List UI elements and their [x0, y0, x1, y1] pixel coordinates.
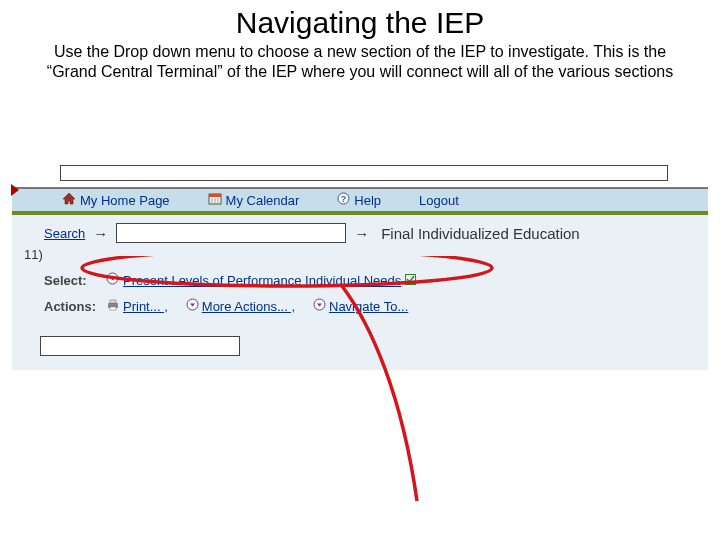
select-label: Select:: [44, 273, 102, 288]
nav-home-link[interactable]: My Home Page: [62, 192, 170, 208]
arrow-right-icon: →: [354, 225, 369, 242]
nav-home-label: My Home Page: [80, 193, 170, 208]
chevron-down-circle-icon: [313, 298, 326, 314]
bottom-blank-field: [40, 336, 240, 356]
chevron-down-circle-icon: [106, 272, 119, 288]
action-more[interactable]: More Actions... ,: [186, 298, 295, 314]
nav-logout-label: Logout: [419, 193, 459, 208]
actions-label: Actions:: [44, 299, 102, 314]
action-navigate[interactable]: Navigate To...: [313, 298, 408, 314]
actions-row: Actions: Print... , More Actions... , Na…: [44, 298, 694, 314]
search-link[interactable]: Search: [44, 226, 85, 241]
help-icon: ?: [337, 192, 350, 208]
svg-rect-10: [110, 300, 116, 303]
svg-rect-1: [209, 194, 221, 197]
nav-help-link[interactable]: ? Help: [337, 192, 381, 208]
search-row: Search → → Final Individualized Educatio…: [44, 223, 694, 243]
main-navbar: My Home Page My Calendar ? Help Logout: [12, 187, 708, 215]
calendar-icon: [208, 192, 222, 208]
slide-title: Navigating the IEP: [0, 6, 720, 40]
svg-rect-11: [110, 307, 116, 310]
svg-text:?: ?: [341, 194, 347, 204]
select-dropdown[interactable]: Present Levels of Performance Individual…: [106, 272, 416, 288]
check-icon: [405, 273, 416, 288]
nav-help-label: Help: [354, 193, 381, 208]
search-input[interactable]: [116, 223, 346, 243]
arrow-right-icon: →: [93, 225, 108, 242]
nav-calendar-label: My Calendar: [226, 193, 300, 208]
content-area: Search → → Final Individualized Educatio…: [12, 215, 708, 370]
breadcrumb-triangle-icon: [11, 184, 19, 196]
nav-logout-link[interactable]: Logout: [419, 193, 459, 208]
select-value: Present Levels of Performance Individual…: [123, 273, 401, 288]
action-more-label: More Actions... ,: [202, 299, 295, 314]
action-navigate-label: Navigate To...: [329, 299, 408, 314]
chevron-down-circle-icon: [186, 298, 199, 314]
item-number: 11): [24, 247, 694, 262]
breadcrumb-final: Final Individualized Education: [381, 225, 579, 242]
action-print-label: Print... ,: [123, 299, 168, 314]
nav-calendar-link[interactable]: My Calendar: [208, 192, 300, 208]
app-screenshot: My Home Page My Calendar ? Help Logout S…: [12, 165, 708, 370]
top-blank-field: [60, 165, 668, 181]
printer-icon: [106, 299, 120, 314]
select-row: Select: Present Levels of Performance In…: [44, 272, 694, 288]
home-icon: [62, 192, 76, 208]
slide-subtitle: Use the Drop down menu to choose a new s…: [36, 42, 684, 82]
action-print[interactable]: Print... ,: [106, 299, 168, 314]
